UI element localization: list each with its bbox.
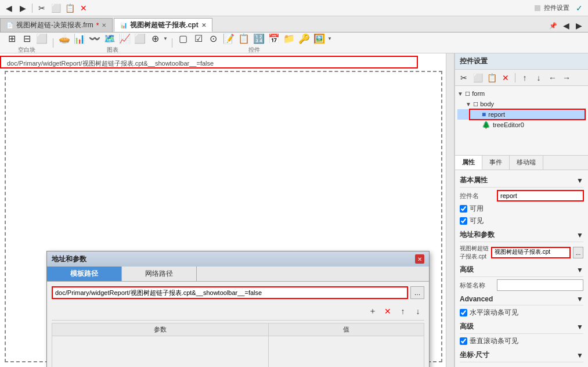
prop-name-input[interactable] (497, 190, 584, 202)
copy-button[interactable]: ⬜ (49, 2, 62, 15)
tree-item-treeeditor[interactable]: 🌲 treeEditor0 (457, 120, 586, 130)
paste-button[interactable]: 📋 (63, 2, 76, 15)
section-basic-label: 基本属性 (460, 175, 488, 185)
ctrl-btn10[interactable]: 🖼️ (312, 32, 326, 46)
chart-btn6[interactable]: ⬜ (133, 32, 147, 46)
prop-tab-mobile[interactable]: 移动端 (510, 156, 543, 170)
prop-enabled-label[interactable]: 可用 (460, 204, 484, 214)
prop-tab-event[interactable]: 事件 (482, 156, 510, 170)
canvas-scrollbar-y[interactable] (446, 53, 454, 367)
prop-enabled-row: 可用 (460, 204, 583, 214)
prop-address-input[interactable]: 视图树超链子报表.cpt (491, 247, 571, 258)
tab-frm[interactable]: 📄 视图树超链-决策报表.frm * ✕ (0, 18, 113, 32)
nav-left-button[interactable]: ◀ (560, 19, 572, 32)
ctrl-btn2[interactable]: ☑ (192, 32, 205, 46)
section-address[interactable]: 地址和参数 ▼ (460, 228, 583, 242)
ctrl-btn9[interactable]: 🔑 (297, 32, 311, 46)
rp-left[interactable]: ← (546, 71, 559, 84)
dialog-up-btn[interactable]: ↑ (396, 305, 409, 318)
rp-right[interactable]: → (560, 71, 573, 84)
chart-group: 🥧 📊 〰️ 🗺️ 📈 ⬜ ⊕ ▼ 图表 (57, 32, 168, 54)
dialog-url-input[interactable] (52, 286, 408, 299)
tab-frm-close[interactable]: ✕ (102, 22, 106, 28)
chart-dropdown[interactable]: ▼ (163, 36, 168, 41)
right-panel-header: 控件设置 (455, 53, 588, 70)
prop-visible-checkbox[interactable] (460, 217, 467, 225)
dialog-close-button[interactable]: ✕ (415, 254, 424, 264)
prop-visible-label[interactable]: 可见 (460, 216, 484, 226)
control-group-label: 控件 (248, 46, 260, 54)
dialog-url-row: … (52, 286, 424, 299)
tab-cpt-close[interactable]: ✕ (201, 22, 206, 28)
tab-frm-icon: 📄 (6, 22, 13, 28)
chart-btn3[interactable]: 〰️ (88, 32, 102, 46)
rp-delete[interactable]: ✕ (499, 71, 512, 84)
confirm-button[interactable]: ✓ (573, 2, 586, 15)
dialog-tab-template[interactable]: 模板路径 (47, 267, 122, 281)
prop-vscroll-checkbox[interactable] (460, 337, 467, 345)
prop-hscroll-row: 水平滚动条可见 (460, 308, 583, 318)
ctrl-btn5[interactable]: 📋 (237, 32, 251, 46)
rp-up[interactable]: ↑ (518, 71, 531, 84)
dialog-title: 地址和参数 (52, 254, 86, 264)
prop-tagname-input[interactable] (497, 279, 583, 291)
section-advanced3[interactable]: 高级 ▼ (460, 320, 583, 334)
table-row (52, 336, 424, 368)
prop-name-label: 控件名 (460, 192, 495, 200)
close-button[interactable]: ✕ (77, 2, 90, 15)
chart-btn4[interactable]: 🗺️ (103, 32, 117, 46)
blank-btn3[interactable]: ⬜ (35, 32, 49, 46)
rp-paste[interactable]: 📋 (485, 71, 498, 84)
section-basic-arrow: ▼ (576, 177, 583, 185)
rp-down[interactable]: ↓ (532, 71, 545, 84)
prop-enabled-checkbox[interactable] (460, 205, 467, 213)
tree-item-report[interactable]: ■ report (457, 109, 586, 120)
undo-button[interactable]: ◀ (2, 2, 15, 15)
ctrl-btn6[interactable]: 🔢 (252, 32, 266, 46)
col-param: 参数 (52, 323, 269, 336)
ctrl-btn1[interactable]: ▢ (176, 32, 190, 46)
dialog-overlay: 地址和参数 ✕ 模板路径 网络路径 … (46, 251, 430, 367)
rp-copy[interactable]: ⬜ (471, 71, 484, 84)
chart-btn2[interactable]: 📊 (73, 32, 86, 46)
section-advanced2[interactable]: Advanced ▼ (460, 293, 583, 305)
chart-btn7[interactable]: ⊕ (148, 32, 162, 46)
redo-button[interactable]: ▶ (16, 2, 29, 15)
prop-address-btn[interactable]: ... (573, 247, 583, 258)
right-panel-toolbar: ✂ ⬜ 📋 ✕ ↑ ↓ ← → (455, 70, 588, 86)
blank-btn1[interactable]: ⊞ (5, 32, 19, 46)
chart-btn5[interactable]: 📈 (118, 32, 132, 46)
chart-btn1[interactable]: 🥧 (57, 32, 71, 46)
dialog-delete-btn[interactable]: ✕ (381, 305, 394, 318)
ctrl-btn3[interactable]: ⊙ (207, 32, 221, 46)
tree-item-form[interactable]: ▼ □ form (457, 88, 586, 99)
blank-group-label: 空白块 (18, 46, 35, 54)
prop-hscroll-label[interactable]: 水平滚动条可见 (460, 308, 518, 318)
tree-item-body[interactable]: ▼ □ body (457, 99, 586, 109)
cut-button[interactable]: ✂ (35, 2, 48, 15)
main-area: doc/Primary/widgetReport/视图树超链子报表.cpt&__… (0, 53, 588, 367)
dialog-browse-btn[interactable]: … (410, 286, 424, 299)
dialog-tab-network[interactable]: 网络路径 (122, 267, 197, 281)
section-advanced1[interactable]: 高级 ▼ (460, 263, 583, 277)
rp-cut[interactable]: ✂ (457, 71, 470, 84)
nav-right-button[interactable]: ▶ (572, 19, 585, 32)
dialog-down-btn[interactable]: ↓ (412, 305, 424, 318)
ctrl-btn8[interactable]: 📁 (282, 32, 296, 46)
second-toolbar: ⊞ ⊟ ⬜ 空白块 🥧 📊 〰️ 🗺️ 📈 ⬜ ⊕ ▼ 图表 ▢ ☑ ⊙ 📝 📋… (0, 33, 588, 53)
section-basic[interactable]: 基本属性 ▼ (460, 174, 583, 188)
ctrl-dropdown[interactable]: ▼ (327, 36, 332, 41)
prop-tab-attr[interactable]: 属性 (455, 156, 482, 170)
canvas-area: doc/Primary/widgetReport/视图树超链子报表.cpt&__… (0, 53, 454, 367)
dialog-body: … ＋ ✕ ↑ ↓ 参数 值 (47, 282, 429, 367)
ctrl-btn7[interactable]: 📅 (267, 32, 281, 46)
section-coords[interactable]: 坐标·尺寸 ▼ (460, 348, 583, 362)
dialog-add-btn[interactable]: ＋ (366, 305, 379, 318)
ctrl-btn4[interactable]: 📝 (222, 32, 236, 46)
prop-hscroll-checkbox[interactable] (460, 309, 467, 316)
prop-address-row: 视图树超链子报表.cpt 视图树超链子报表.cpt ... (460, 244, 583, 261)
prop-vscroll-label[interactable]: 垂直滚动条可见 (460, 336, 518, 346)
blank-btn2[interactable]: ⊟ (20, 32, 34, 46)
pin-button[interactable]: 📌 (547, 19, 560, 32)
tab-cpt[interactable]: 📊 视图树超链子报表.cpt ✕ (114, 18, 212, 32)
